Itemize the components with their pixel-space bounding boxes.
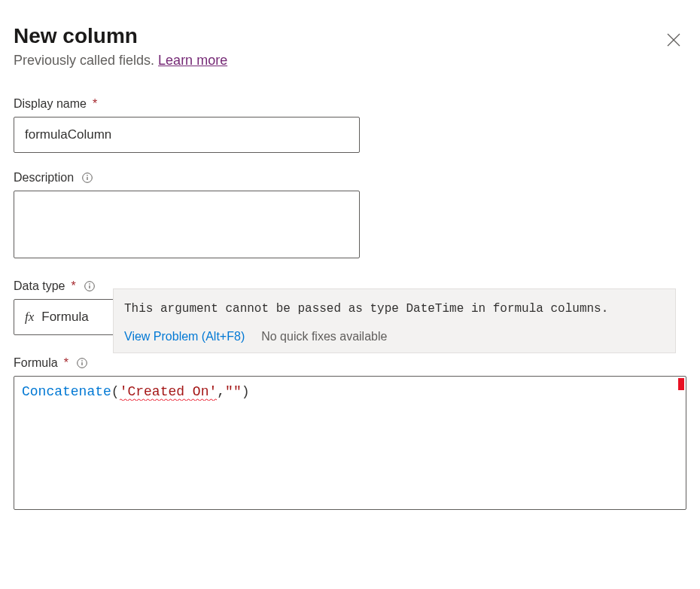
description-label: Description [14, 171, 686, 185]
page-subtitle: Previously called fields. Learn more [14, 53, 227, 69]
info-icon[interactable] [84, 280, 96, 292]
page-title: New column [14, 24, 227, 48]
display-name-label: Display name* [14, 97, 686, 111]
formula-content: Concatenate('Created On',"") [22, 384, 678, 399]
description-input[interactable] [14, 191, 360, 258]
view-problem-link[interactable]: View Problem (Alt+F8) [124, 330, 245, 343]
fx-icon: fx [25, 310, 34, 325]
info-icon[interactable] [81, 172, 93, 184]
svg-point-4 [87, 175, 88, 176]
required-indicator: * [64, 356, 68, 370]
error-message: This argument cannot be passed as type D… [114, 289, 675, 325]
error-tooltip: This argument cannot be passed as type D… [113, 288, 676, 353]
error-marker[interactable] [678, 378, 684, 390]
formula-label: Formula* [14, 356, 686, 370]
close-icon [667, 33, 680, 47]
required-indicator: * [93, 97, 97, 111]
svg-point-10 [81, 360, 83, 362]
formula-editor[interactable]: Concatenate('Created On',"") [14, 376, 686, 510]
subtitle-text: Previously called fields. [14, 53, 158, 68]
info-icon[interactable] [76, 357, 88, 369]
display-name-input[interactable] [14, 117, 360, 153]
learn-more-link[interactable]: Learn more [158, 53, 227, 68]
required-indicator: * [71, 279, 75, 293]
svg-point-7 [89, 283, 90, 285]
close-button[interactable] [661, 27, 686, 53]
data-type-value: Formula [41, 310, 88, 325]
no-fixes-text: No quick fixes available [261, 330, 387, 343]
